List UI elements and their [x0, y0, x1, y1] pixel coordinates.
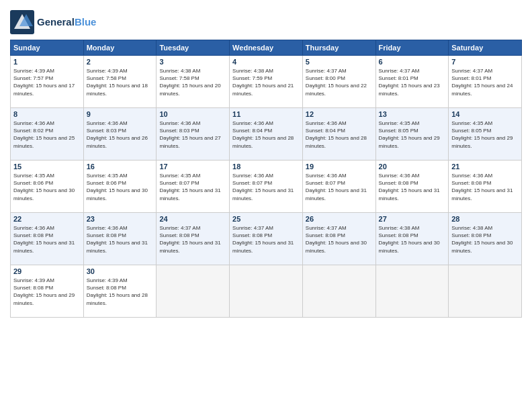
calendar-cell	[157, 265, 230, 318]
day-number: 19	[306, 163, 373, 171]
day-number: 26	[306, 215, 373, 223]
logo: GeneralBlue	[10, 10, 96, 34]
day-number: 7	[451, 58, 519, 66]
day-info: Sunrise: 4:36 AMSunset: 8:08 PMDaylight:…	[379, 172, 446, 202]
day-info: Sunrise: 4:36 AMSunset: 8:08 PMDaylight:…	[13, 224, 81, 255]
day-number: 16	[87, 163, 154, 171]
day-number: 18	[232, 163, 300, 171]
calendar-cell: 22 Sunrise: 4:36 AMSunset: 8:08 PMDaylig…	[11, 213, 84, 265]
week-row-2: 8 Sunrise: 4:36 AMSunset: 8:02 PMDayligh…	[11, 108, 522, 161]
weekday-header-monday: Monday	[83, 40, 157, 56]
day-number: 11	[232, 110, 300, 118]
day-number: 23	[87, 215, 154, 223]
day-number: 9	[87, 110, 154, 118]
day-info: Sunrise: 4:38 AMSunset: 7:58 PMDaylight:…	[159, 67, 226, 97]
weekday-header-row: SundayMondayTuesdayWednesdayThursdayFrid…	[11, 40, 522, 56]
day-info: Sunrise: 4:36 AMSunset: 8:08 PMDaylight:…	[87, 224, 154, 255]
day-number: 15	[13, 163, 81, 171]
calendar-cell	[449, 265, 522, 318]
calendar-cell: 13 Sunrise: 4:35 AMSunset: 8:05 PMDaylig…	[375, 108, 449, 161]
day-info: Sunrise: 4:39 AMSunset: 7:58 PMDaylight:…	[87, 67, 154, 97]
day-number: 25	[232, 215, 300, 223]
day-number: 20	[379, 163, 446, 171]
week-row-4: 22 Sunrise: 4:36 AMSunset: 8:08 PMDaylig…	[11, 213, 522, 265]
calendar-cell	[375, 265, 449, 318]
calendar-cell: 30 Sunrise: 4:39 AMSunset: 8:08 PMDaylig…	[83, 265, 157, 318]
day-info: Sunrise: 4:35 AMSunset: 8:05 PMDaylight:…	[451, 120, 519, 150]
calendar-cell: 14 Sunrise: 4:35 AMSunset: 8:05 PMDaylig…	[449, 108, 522, 161]
calendar-cell: 15 Sunrise: 4:35 AMSunset: 8:06 PMDaylig…	[11, 161, 84, 213]
calendar-cell: 11 Sunrise: 4:36 AMSunset: 8:04 PMDaylig…	[230, 108, 303, 161]
calendar-cell	[230, 265, 303, 318]
day-info: Sunrise: 4:37 AMSunset: 8:08 PMDaylight:…	[232, 224, 300, 255]
day-info: Sunrise: 4:35 AMSunset: 8:07 PMDaylight:…	[159, 172, 226, 202]
day-number: 13	[379, 110, 446, 118]
logo-line1: GeneralBlue	[37, 17, 96, 28]
day-info: Sunrise: 4:37 AMSunset: 8:08 PMDaylight:…	[306, 224, 373, 255]
calendar-cell: 10 Sunrise: 4:36 AMSunset: 8:03 PMDaylig…	[157, 108, 230, 161]
calendar-cell	[302, 265, 375, 318]
calendar-cell: 29 Sunrise: 4:39 AMSunset: 8:08 PMDaylig…	[11, 265, 84, 318]
day-number: 14	[451, 110, 519, 118]
day-info: Sunrise: 4:37 AMSunset: 8:08 PMDaylight:…	[159, 224, 226, 255]
day-number: 2	[87, 58, 154, 66]
calendar-page: GeneralBlue SundayMondayTuesdayWednesday…	[0, 0, 532, 411]
calendar-cell: 27 Sunrise: 4:38 AMSunset: 8:08 PMDaylig…	[375, 213, 449, 265]
weekday-header-thursday: Thursday	[302, 40, 375, 56]
calendar-cell: 4 Sunrise: 4:38 AMSunset: 7:59 PMDayligh…	[230, 56, 303, 108]
weekday-header-sunday: Sunday	[11, 40, 84, 56]
logo-icon	[10, 10, 34, 34]
week-row-5: 29 Sunrise: 4:39 AMSunset: 8:08 PMDaylig…	[11, 265, 522, 318]
calendar-cell: 24 Sunrise: 4:37 AMSunset: 8:08 PMDaylig…	[157, 213, 230, 265]
header: GeneralBlue	[10, 10, 522, 34]
calendar-cell: 3 Sunrise: 4:38 AMSunset: 7:58 PMDayligh…	[157, 56, 230, 108]
day-number: 6	[379, 58, 446, 66]
day-number: 21	[451, 163, 519, 171]
weekday-header-friday: Friday	[375, 40, 449, 56]
day-info: Sunrise: 4:36 AMSunset: 8:04 PMDaylight:…	[232, 120, 300, 150]
calendar-table: SundayMondayTuesdayWednesdayThursdayFrid…	[10, 40, 522, 318]
weekday-header-saturday: Saturday	[449, 40, 522, 56]
day-number: 24	[159, 215, 226, 223]
day-info: Sunrise: 4:36 AMSunset: 8:04 PMDaylight:…	[306, 120, 373, 150]
week-row-3: 15 Sunrise: 4:35 AMSunset: 8:06 PMDaylig…	[11, 161, 522, 213]
calendar-cell: 7 Sunrise: 4:37 AMSunset: 8:01 PMDayligh…	[449, 56, 522, 108]
day-info: Sunrise: 4:35 AMSunset: 8:06 PMDaylight:…	[13, 172, 81, 202]
day-info: Sunrise: 4:39 AMSunset: 7:57 PMDaylight:…	[13, 67, 81, 97]
calendar-cell: 12 Sunrise: 4:36 AMSunset: 8:04 PMDaylig…	[302, 108, 375, 161]
day-info: Sunrise: 4:36 AMSunset: 8:08 PMDaylight:…	[451, 172, 519, 202]
weekday-header-tuesday: Tuesday	[157, 40, 230, 56]
calendar-cell: 18 Sunrise: 4:36 AMSunset: 8:07 PMDaylig…	[230, 161, 303, 213]
calendar-cell: 26 Sunrise: 4:37 AMSunset: 8:08 PMDaylig…	[302, 213, 375, 265]
day-number: 3	[159, 58, 226, 66]
calendar-cell: 21 Sunrise: 4:36 AMSunset: 8:08 PMDaylig…	[449, 161, 522, 213]
day-number: 4	[232, 58, 300, 66]
calendar-cell: 23 Sunrise: 4:36 AMSunset: 8:08 PMDaylig…	[83, 213, 157, 265]
day-number: 27	[379, 215, 446, 223]
calendar-cell: 20 Sunrise: 4:36 AMSunset: 8:08 PMDaylig…	[375, 161, 449, 213]
calendar-cell: 9 Sunrise: 4:36 AMSunset: 8:03 PMDayligh…	[83, 108, 157, 161]
day-info: Sunrise: 4:37 AMSunset: 8:01 PMDaylight:…	[379, 67, 446, 97]
calendar-cell: 5 Sunrise: 4:37 AMSunset: 8:00 PMDayligh…	[302, 56, 375, 108]
day-info: Sunrise: 4:39 AMSunset: 8:08 PMDaylight:…	[13, 277, 81, 307]
day-info: Sunrise: 4:38 AMSunset: 7:59 PMDaylight:…	[232, 67, 300, 97]
day-info: Sunrise: 4:36 AMSunset: 8:03 PMDaylight:…	[159, 120, 226, 150]
day-info: Sunrise: 4:38 AMSunset: 8:08 PMDaylight:…	[451, 224, 519, 255]
day-number: 8	[13, 110, 81, 118]
day-info: Sunrise: 4:39 AMSunset: 8:08 PMDaylight:…	[87, 277, 154, 307]
calendar-cell: 8 Sunrise: 4:36 AMSunset: 8:02 PMDayligh…	[11, 108, 84, 161]
calendar-cell: 25 Sunrise: 4:37 AMSunset: 8:08 PMDaylig…	[230, 213, 303, 265]
day-info: Sunrise: 4:37 AMSunset: 8:00 PMDaylight:…	[306, 67, 373, 97]
calendar-cell: 6 Sunrise: 4:37 AMSunset: 8:01 PMDayligh…	[375, 56, 449, 108]
calendar-cell: 28 Sunrise: 4:38 AMSunset: 8:08 PMDaylig…	[449, 213, 522, 265]
day-number: 17	[159, 163, 226, 171]
day-info: Sunrise: 4:35 AMSunset: 8:06 PMDaylight:…	[87, 172, 154, 202]
day-info: Sunrise: 4:36 AMSunset: 8:03 PMDaylight:…	[87, 120, 154, 150]
calendar-cell: 2 Sunrise: 4:39 AMSunset: 7:58 PMDayligh…	[83, 56, 157, 108]
day-info: Sunrise: 4:38 AMSunset: 8:08 PMDaylight:…	[379, 224, 446, 255]
calendar-cell: 1 Sunrise: 4:39 AMSunset: 7:57 PMDayligh…	[11, 56, 84, 108]
day-info: Sunrise: 4:37 AMSunset: 8:01 PMDaylight:…	[451, 67, 519, 97]
calendar-cell: 16 Sunrise: 4:35 AMSunset: 8:06 PMDaylig…	[83, 161, 157, 213]
day-number: 28	[451, 215, 519, 223]
day-number: 10	[159, 110, 226, 118]
